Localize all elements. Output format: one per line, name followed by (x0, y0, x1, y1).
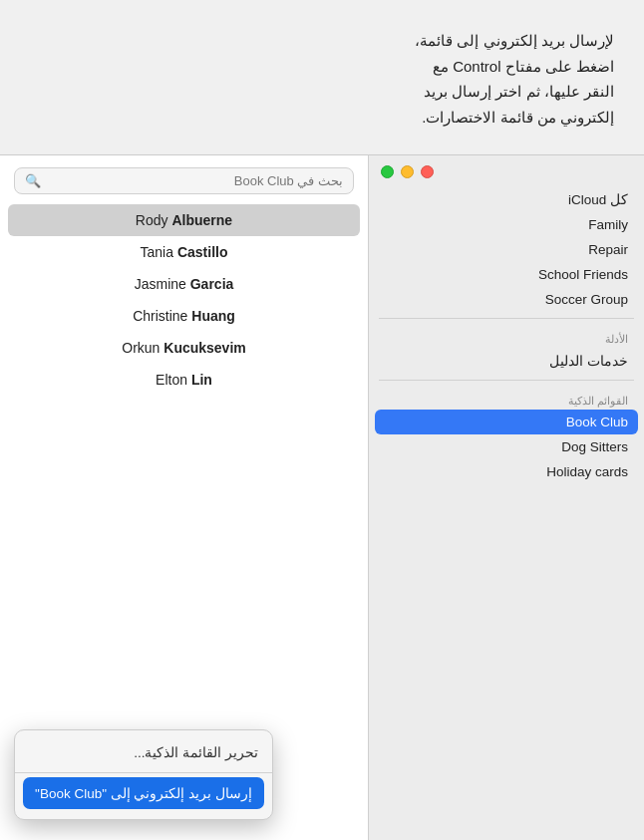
sidebar-item-repair[interactable]: Repair (369, 237, 644, 262)
sidebar-item-dog-sitters[interactable]: Dog Sitters (369, 434, 644, 459)
main-window: 🔍 Rody Albuerne Tania Castillo Jasmine G… (0, 154, 644, 840)
list-item[interactable]: Rody Albuerne (8, 204, 360, 236)
contact-last-name: Garcia (190, 276, 234, 292)
sidebar-item-family[interactable]: Family (369, 212, 644, 237)
context-menu: تحرير القائمة الذكية... إرسال بريد إلكتر… (14, 729, 273, 820)
list-item[interactable]: Christine Huang (0, 300, 368, 332)
sidebar-directories-list: خدمات الدليل (369, 348, 644, 374)
contact-first-name: Tania (141, 244, 177, 260)
sidebar-list: كل iCloud Family Repair School Friends S… (369, 186, 644, 312)
search-icon: 🔍 (25, 173, 41, 188)
context-menu-divider (15, 772, 272, 773)
contact-first-name: Orkun (122, 340, 163, 356)
sidebar-divider-2 (379, 380, 634, 381)
sidebar-item-book-club[interactable]: Book Club (375, 410, 638, 434)
traffic-lights (369, 155, 644, 186)
sidebar-item-school-friends[interactable]: School Friends (369, 262, 644, 287)
instruction-text: لإرسال بريد إلكتروني إلى قائمة، اضغط على… (0, 0, 644, 149)
search-input[interactable] (47, 173, 343, 188)
traffic-light-red[interactable] (421, 165, 434, 178)
contact-last-name: Castillo (177, 244, 228, 260)
context-menu-send-email[interactable]: إرسال بريد إلكتروني إلى "Book Club" (23, 777, 264, 809)
sidebar-item-icloud[interactable]: كل iCloud (369, 186, 644, 212)
sidebar-section-smart-lists: القوائم الذكية (369, 387, 644, 410)
list-item[interactable]: Orkun Kucuksevim (0, 332, 368, 364)
sidebar-item-holiday-cards[interactable]: Holiday cards (369, 459, 644, 484)
search-bar-container: 🔍 (0, 167, 368, 204)
context-menu-edit[interactable]: تحرير القائمة الذكية... (15, 736, 272, 768)
list-item[interactable]: Elton Lin (0, 364, 368, 396)
contact-first-name: Christine (133, 308, 191, 324)
contact-first-name: Elton (156, 372, 191, 388)
sidebar-smart-list: Book Club Dog Sitters Holiday cards (369, 410, 644, 484)
sidebar-item-soccer-group[interactable]: Soccer Group (369, 287, 644, 312)
sidebar-section-directories: الأدلة (369, 325, 644, 348)
sidebar-divider-1 (379, 318, 634, 319)
contact-last-name: Lin (191, 372, 212, 388)
traffic-light-yellow[interactable] (401, 165, 414, 178)
contact-last-name: Albuerne (171, 212, 232, 228)
sidebar-item-directory-services[interactable]: خدمات الدليل (369, 348, 644, 374)
contact-list: Rody Albuerne Tania Castillo Jasmine Gar… (0, 204, 368, 396)
contacts-panel: 🔍 Rody Albuerne Tania Castillo Jasmine G… (0, 154, 369, 840)
traffic-light-green[interactable] (381, 165, 394, 178)
sidebar-panel: كل iCloud Family Repair School Friends S… (369, 154, 644, 840)
contact-first-name: Jasmine (135, 276, 190, 292)
list-item[interactable]: Tania Castillo (0, 236, 368, 268)
contact-last-name: Huang (191, 308, 235, 324)
contact-first-name: Rody (136, 212, 172, 228)
search-bar[interactable]: 🔍 (14, 167, 354, 194)
list-item[interactable]: Jasmine Garcia (0, 268, 368, 300)
contact-last-name: Kucuksevim (163, 340, 245, 356)
